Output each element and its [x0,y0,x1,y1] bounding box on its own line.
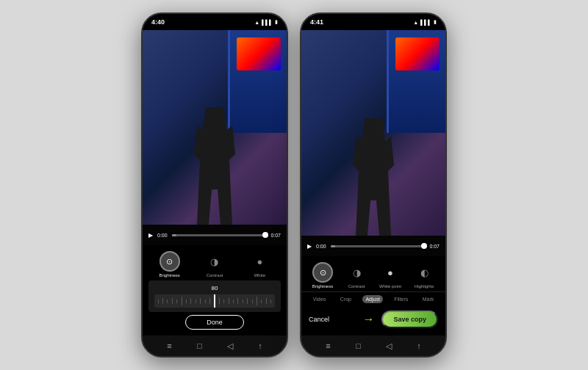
video-content-right [301,30,445,236]
signal-icon: ▌▌▌ [262,20,273,25]
save-copy-wrapper: → Save copy [381,311,438,328]
brightness-icon-left: ⊙ [159,251,180,272]
whitepoint-icon-right: ● [380,262,401,283]
highlights-icon-right: ◐ [414,262,434,283]
time-progress-left [172,234,176,236]
tab-video-right[interactable]: Video [310,295,329,303]
highlights-label-right: Highlights [415,284,434,289]
nav-bar-left: ≡ □ ◁ ↑ [143,335,287,356]
tab-crop-right[interactable]: Crop [337,295,354,303]
cancel-button-right[interactable]: Cancel [309,316,329,323]
whitepoint-symbol-right: ● [387,267,393,278]
tick-10 [200,298,201,304]
nav-home-left[interactable]: □ [197,341,202,350]
main-container: 4:40 ▲ ▌▌▌ ▮ ▶ 0:00 0:07 [0,0,588,370]
slider-track-left[interactable] [154,294,275,308]
nav-menu-right[interactable]: ≡ [326,341,330,350]
save-copy-button[interactable]: Save copy [381,311,438,328]
tick-9 [196,300,196,303]
brightness-label-left: Brightness [159,273,179,278]
time-dot-left [262,232,268,238]
tick-15 [223,300,224,303]
tick-25 [270,300,271,303]
nav-back-right[interactable]: ◁ [386,341,392,351]
slider-area-left: 80 [148,280,281,312]
nav-share-left[interactable]: ↑ [258,341,262,350]
tick-8 [190,298,191,304]
timeline-left[interactable] [172,234,267,236]
play-button-right[interactable]: ▶ [307,243,312,250]
battery-icon: ▮ [275,19,278,25]
tool-whitepoint-right[interactable]: ● White point [377,262,404,289]
time-progress-right [331,245,335,247]
white-symbol-left: ● [257,256,262,267]
signal-icon-right: ▌▌▌ [420,20,431,25]
time-current-left: 0:00 [157,233,168,238]
tool-white-left[interactable]: ● White [246,251,273,278]
done-button-left[interactable]: Done [185,315,244,330]
tab-mark-right[interactable]: Mark [420,295,437,303]
tick-6 [182,297,182,305]
tick-23 [261,300,262,303]
brightness-symbol-right: ⊙ [320,268,326,278]
tool-brightness-left[interactable]: ⊙ Brightness [157,251,183,278]
tick-12 [209,298,210,304]
tick-2 [162,298,163,304]
arcade-machine-left [228,30,287,133]
contrast-label-right: Contrast [348,284,365,289]
video-content-left [143,30,287,225]
video-area-right [301,30,445,236]
whitepoint-label-right: White point [379,284,401,289]
tick-21 [252,300,253,303]
tick-7 [186,300,187,303]
tick-5 [176,300,177,303]
tab-adjust-right[interactable]: Adjust [362,295,382,303]
brightness-icon-right: ⊙ [312,262,333,283]
arcade-screen-left [237,37,281,70]
arcade-screen-right [395,37,440,70]
timeline-right[interactable] [331,245,426,247]
contrast-icon-right: ◑ [346,262,367,283]
bottom-panel-right: ⊙ Brightness ◑ Contrast ● White point [301,256,445,335]
white-label-left: White [254,273,265,278]
time-current-right: 0:00 [316,244,326,249]
battery-icon-right: ▮ [434,19,437,25]
tick-19 [243,300,243,303]
tick-1 [158,300,159,303]
done-btn-container-left: Done [148,315,281,330]
time-total-left: 0:07 [270,233,281,238]
contrast-symbol-right: ◑ [353,267,361,278]
tool-brightness-right[interactable]: ⊙ Brightness [309,262,336,289]
contrast-label-left: Contrast [207,273,223,278]
wifi-icon-right: ▲ [413,20,418,25]
slider-value-left: 80 [154,285,275,291]
contrast-symbol-left: ◑ [210,256,218,267]
tick-14 [219,298,220,304]
tick-22 [257,297,257,305]
tick-24 [266,298,267,304]
tab-filters-right[interactable]: Filters [391,295,411,303]
highlights-symbol-right: ◐ [420,267,429,278]
wifi-icon: ▲ [254,20,259,25]
arcade-machine-right [387,30,445,133]
tick-4 [172,298,173,304]
nav-menu-left[interactable]: ≡ [167,341,171,350]
nav-back-left[interactable]: ◁ [227,341,233,351]
time-total-right: 0:07 [429,244,440,249]
tool-contrast-left[interactable]: ◑ Contrast [201,251,228,278]
status-bar-left: 4:40 ▲ ▌▌▌ ▮ [143,14,287,30]
adjust-tools-left: ⊙ Brightness ◑ Contrast ● White [143,251,287,278]
play-button-left[interactable]: ▶ [148,232,153,239]
slider-center-indicator [214,294,215,308]
tick-16 [229,298,229,304]
video-controls-right: ▶ 0:00 0:07 [301,236,445,256]
tool-highlights-right[interactable]: ◐ Highlights [411,262,437,289]
tick-17 [233,300,234,303]
nav-home-right[interactable]: □ [356,341,361,350]
adjust-tools-right: ⊙ Brightness ◑ Contrast ● White point [301,262,445,289]
arrow-icon: → [362,313,374,326]
person-silhouette-right [344,118,403,236]
tool-contrast-right[interactable]: ◑ Contrast [343,262,370,289]
nav-share-right[interactable]: ↑ [417,341,421,350]
video-area-left [143,30,287,225]
